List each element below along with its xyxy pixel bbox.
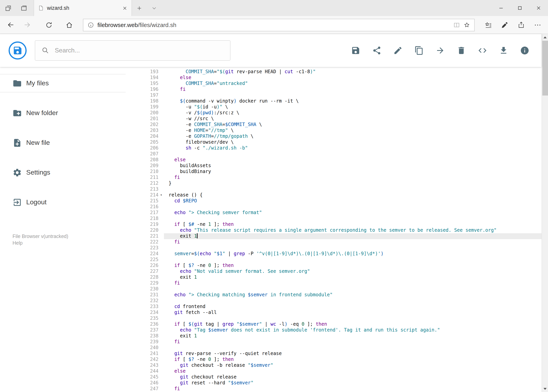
code-line[interactable]: 215 cd $REPO: [126, 198, 541, 204]
code-line[interactable]: 210 buildBinary: [126, 169, 541, 175]
code-line[interactable]: 193 COMMIT_SHA="$(git rev-parse HEAD | c…: [126, 69, 541, 75]
code-line[interactable]: 243 git checkout -b release "$semver": [126, 363, 541, 368]
sidebar-item-logout[interactable]: Logout: [0, 193, 126, 211]
code-line[interactable]: 237 echo "Tag $semver does not exist in …: [126, 327, 541, 333]
code-line[interactable]: 238 exit 1: [126, 333, 541, 339]
web-note-pen-icon[interactable]: [496, 17, 513, 33]
scrollbar-down-button[interactable]: [542, 385, 548, 392]
code-editor[interactable]: 193 COMMIT_SHA="$(git rev-parse HEAD | c…: [126, 67, 541, 392]
code-line[interactable]: 224 semver=$(echo "$1" | grep -P '^v(0|[…: [126, 251, 541, 257]
favorite-star-icon[interactable]: [463, 21, 470, 28]
code-line[interactable]: 194 else: [126, 75, 541, 81]
code-line[interactable]: 202 -e COMMIT_SHA=$COMMIT_SHA \: [126, 122, 541, 128]
code-line[interactable]: 234 git fetch --all: [126, 310, 541, 315]
home-button[interactable]: [61, 17, 77, 33]
code-line[interactable]: 227 echo "Not valid semver format. See s…: [126, 268, 541, 274]
code-line[interactable]: 235: [126, 315, 541, 321]
site-info-icon[interactable]: [87, 21, 94, 28]
filebrowser-logo[interactable]: [9, 42, 27, 59]
code-line[interactable]: 213: [126, 186, 541, 192]
code-line[interactable]: 226 if [ $? -ne 0 ]; then: [126, 263, 541, 268]
code-line[interactable]: 212}: [126, 181, 541, 186]
code-line[interactable]: 225: [126, 257, 541, 263]
move-button[interactable]: [435, 46, 445, 55]
window-minimize-button[interactable]: [492, 0, 510, 16]
share-button[interactable]: [372, 46, 381, 55]
tabs-preview-button[interactable]: [20, 5, 28, 12]
scrollbar-up-button[interactable]: [542, 34, 548, 41]
set-tabs-aside-button[interactable]: [5, 5, 12, 12]
code-line[interactable]: 198 $(command -v winpty) docker run --rm…: [126, 98, 541, 104]
code-line[interactable]: 216: [126, 204, 541, 210]
code-line[interactable]: 246 git reset --hard "$semver": [126, 380, 541, 386]
code-line[interactable]: 218: [126, 216, 541, 222]
reading-view-icon[interactable]: [453, 21, 460, 28]
code-line[interactable]: 230: [126, 286, 541, 292]
window-close-button[interactable]: [529, 0, 548, 16]
code-line[interactable]: 231 echo "> Checking matching $semver in…: [126, 292, 541, 298]
refresh-button[interactable]: [41, 17, 57, 33]
code-line[interactable]: 240: [126, 345, 541, 351]
fold-marker-icon[interactable]: ▾: [159, 192, 164, 198]
sidebar-item-my-files[interactable]: My files: [0, 74, 126, 92]
code-line[interactable]: 196 fi: [126, 86, 541, 92]
code-line[interactable]: 239 fi: [126, 339, 541, 345]
more-menu-icon[interactable]: [529, 17, 546, 33]
code-line[interactable]: 204 -e GOPATH=//tmp/gopath \: [126, 133, 541, 139]
code-line[interactable]: 241 git rev-parse --verify --quiet relea…: [126, 351, 541, 357]
code-line[interactable]: 221 exit 1: [126, 233, 541, 239]
code-line[interactable]: 233 cd frontend: [126, 304, 541, 310]
code-line[interactable]: 200 -v /$(pwd):/src:z \: [126, 110, 541, 116]
code-line[interactable]: 195 COMMIT_SHA="untracked": [126, 81, 541, 86]
help-link[interactable]: Help: [13, 240, 126, 247]
browser-tab[interactable]: wizard.sh: [34, 0, 132, 16]
code-button[interactable]: [478, 46, 487, 55]
code-line[interactable]: 245 git checkout release: [126, 374, 541, 380]
code-line[interactable]: 203 -e HOME="//tmp" \: [126, 128, 541, 133]
code-line[interactable]: 220 echo "This release script requires a…: [126, 227, 541, 233]
copy-button[interactable]: [414, 46, 423, 55]
code-line[interactable]: 244 else: [126, 368, 541, 374]
download-button[interactable]: [499, 46, 508, 55]
sidebar-item-settings[interactable]: Settings: [0, 163, 126, 182]
code-line[interactable]: 229 fi: [126, 280, 541, 286]
code-line[interactable]: 205 filebrowser/dev \: [126, 139, 541, 145]
share-page-icon[interactable]: [513, 17, 529, 33]
search-input[interactable]: [55, 47, 224, 54]
code-line[interactable]: 217 echo "> Checking semver format": [126, 210, 541, 216]
code-line[interactable]: 228 exit 1: [126, 274, 541, 280]
code-line[interactable]: 242 if [ $? -ne 0 ]; then: [126, 357, 541, 363]
code-line[interactable]: 206 sh -c "./wizard.sh -b": [126, 145, 541, 151]
edit-button[interactable]: [393, 46, 402, 55]
favorites-hub-icon[interactable]: [480, 17, 496, 33]
code-line[interactable]: 236 if [ $(git tag | grep "$semver" | wc…: [126, 321, 541, 327]
code-line[interactable]: 207: [126, 151, 541, 157]
info-button[interactable]: [520, 46, 529, 55]
code-line[interactable]: 219 if [ $# -ne 1 ]; then: [126, 222, 541, 227]
new-tab-button[interactable]: [132, 0, 147, 16]
tab-list-chevron-icon[interactable]: [147, 0, 162, 16]
code-line[interactable]: 223: [126, 245, 541, 251]
sidebar-item-new-folder[interactable]: New folder: [0, 104, 126, 122]
code-line[interactable]: 208 else: [126, 157, 541, 163]
code-line[interactable]: 214▾release () {: [126, 192, 541, 198]
address-bar[interactable]: filebrowser.web/files/wizard.sh: [83, 19, 474, 31]
sidebar-item-new-file[interactable]: New file: [0, 133, 126, 152]
save-button[interactable]: [351, 46, 360, 55]
tab-close-icon[interactable]: [122, 5, 128, 11]
window-maximize-button[interactable]: [510, 0, 529, 16]
code-line[interactable]: 211 fi: [126, 175, 541, 181]
code-line[interactable]: 197: [126, 92, 541, 98]
code-line[interactable]: 199 -u "$(id -u)" \: [126, 104, 541, 110]
code-line[interactable]: 209 buildAssets: [126, 163, 541, 169]
code-line[interactable]: 201 -w //src \: [126, 116, 541, 122]
back-button[interactable]: [2, 17, 19, 33]
search-bar[interactable]: [35, 40, 230, 61]
code-line[interactable]: 232: [126, 298, 541, 304]
delete-button[interactable]: [457, 46, 466, 55]
url-text[interactable]: filebrowser.web/files/wizard.sh: [97, 21, 450, 28]
forward-button[interactable]: [19, 17, 35, 33]
code-line[interactable]: 222 fi: [126, 239, 541, 245]
code-line[interactable]: 247 fi: [126, 386, 541, 392]
page-scrollbar[interactable]: [541, 34, 548, 392]
